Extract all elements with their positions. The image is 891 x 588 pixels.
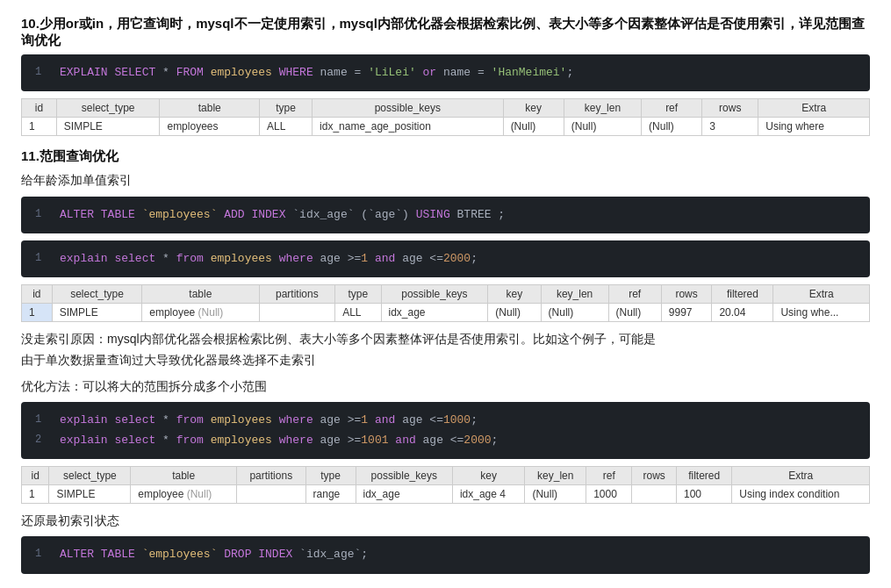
table-name: `employees`	[135, 208, 224, 221]
code-block-3: 1 explain select * from employees where …	[21, 240, 870, 277]
cell-extra: Using whe...	[773, 304, 870, 322]
col-header: id	[22, 466, 49, 484]
operator: *	[155, 434, 176, 447]
keyword: and	[395, 434, 415, 447]
section-11: 11.范围查询优化 给年龄添加单值索引 1 ALTER TABLE `emplo…	[21, 148, 870, 573]
keyword: where	[279, 434, 313, 447]
code-line: 1 EXPLAIN SELECT * FROM employees WHERE …	[35, 63, 856, 82]
col-header: rows	[661, 285, 712, 304]
code-line: 1 ALTER TABLE `employees` ADD INDEX `idx…	[35, 205, 856, 225]
keyword: INDEX	[258, 548, 292, 561]
col-header: ref	[586, 466, 632, 484]
keyword: from	[176, 252, 204, 265]
operator: age >=	[313, 252, 362, 265]
line-number: 2	[35, 431, 51, 448]
restore-index-desc: 还原最初索引状态	[21, 511, 870, 532]
col-header: partitions	[259, 285, 335, 304]
table-name: employees	[204, 434, 279, 447]
table-name: employees	[204, 413, 279, 427]
code-content: explain select * from employees where ag…	[60, 411, 478, 430]
operator: name =	[436, 66, 491, 79]
punctuation: ;	[566, 66, 573, 79]
operator: age <=	[395, 413, 443, 427]
cell-id: 1	[22, 118, 57, 136]
keyword: ADD	[224, 208, 251, 221]
code-line: 1 explain select * from employees where …	[35, 411, 856, 430]
operator: age <=	[395, 252, 443, 265]
keyword: INDEX	[251, 208, 285, 221]
operator	[368, 252, 375, 265]
col-header: Extra	[773, 285, 870, 304]
keyword: where	[279, 252, 313, 265]
punctuation: ;	[471, 252, 478, 265]
number-val: 1	[361, 252, 368, 265]
punctuation: ;	[471, 413, 478, 427]
col-header: table	[160, 99, 260, 118]
code-content: explain select * from employees where ag…	[60, 249, 478, 269]
line-number: 1	[35, 411, 51, 428]
operator: age <=	[416, 434, 464, 447]
keyword: where	[279, 413, 313, 427]
code-line: 1 ALTER TABLE `employees` DROP INDEX `id…	[35, 545, 856, 564]
keyword: select	[114, 252, 155, 265]
col-header: table	[131, 466, 237, 484]
operator: *	[155, 252, 176, 265]
result-table-2: id select_type table partitions type pos…	[21, 284, 870, 322]
keyword: explain	[60, 252, 114, 265]
col-header: possible_keys	[313, 99, 504, 118]
cell-table: employee (Null)	[131, 484, 237, 503]
col-header: key	[488, 285, 541, 304]
keyword: select	[114, 413, 155, 427]
keyword: FROM	[176, 66, 204, 79]
cell-partitions	[259, 304, 335, 322]
cell-possible-keys: idx_age	[356, 484, 452, 503]
col-header: select_type	[56, 99, 160, 118]
col-header: key_len	[525, 466, 586, 484]
table-row: 1 SIMPLE employee (Null) range idx_age i…	[22, 484, 870, 503]
cell-key-len: (Null)	[564, 118, 641, 136]
code-content: explain select * from employees where ag…	[60, 431, 498, 450]
cell-possible-keys: idx_name_age_position	[313, 118, 504, 136]
number-val: 1	[361, 413, 368, 427]
cell-table: employee (Null)	[142, 304, 259, 322]
code-block-1: 1 EXPLAIN SELECT * FROM employees WHERE …	[21, 54, 870, 91]
col-header: Extra	[732, 466, 870, 484]
table-row: 1 SIMPLE employee (Null) ALL idx_age (Nu…	[22, 304, 870, 322]
cell-type: ALL	[260, 118, 313, 136]
number-val: 1001	[361, 434, 388, 447]
line-number: 1	[35, 205, 51, 223]
cell-select-type: SIMPLE	[56, 118, 160, 136]
keyword: TABLE	[101, 208, 135, 221]
optimization-method: 优化方法：可以将大的范围拆分成多个小范围	[21, 376, 870, 398]
section-11-desc-add-index: 给年龄添加单值索引	[21, 170, 870, 191]
cell-select-type: SIMPLE	[52, 304, 141, 322]
keyword: from	[176, 413, 204, 427]
col-header: type	[305, 466, 356, 484]
col-header: rows	[632, 466, 677, 484]
cell-ref: (Null)	[608, 304, 661, 322]
keyword: TABLE	[101, 548, 135, 561]
section-10-title: 10.少用or或in，用它查询时，mysql不一定使用索引，mysql内部优化器…	[21, 16, 870, 49]
cell-select-type: SIMPLE	[49, 484, 131, 503]
col-header: id	[22, 285, 53, 304]
col-header: key	[503, 99, 564, 118]
keyword: ALTER	[60, 208, 101, 221]
operator: *	[155, 66, 176, 79]
line-number: 1	[35, 545, 51, 563]
cell-extra: Using where	[758, 118, 870, 136]
column-name: `idx_age` (`age`)	[285, 208, 415, 221]
cell-rows: 3	[702, 118, 758, 136]
cell-filtered: 100	[676, 484, 731, 503]
cell-extra: Using index condition	[732, 484, 870, 503]
col-header: select_type	[52, 285, 141, 304]
string-val: 'LiLei'	[368, 66, 416, 79]
number-val: 2000	[463, 434, 491, 447]
code-block-4: 1 explain select * from employees where …	[21, 402, 870, 458]
table-name: `employees`	[135, 548, 224, 561]
keyword: DROP	[224, 548, 258, 561]
cell-type: ALL	[335, 304, 381, 322]
string-val: 'HanMeimei'	[492, 66, 567, 79]
code-block-5: 1 ALTER TABLE `employees` DROP INDEX `id…	[21, 536, 870, 573]
cell-key-len: (Null)	[541, 304, 608, 322]
keyword: explain	[60, 434, 114, 447]
